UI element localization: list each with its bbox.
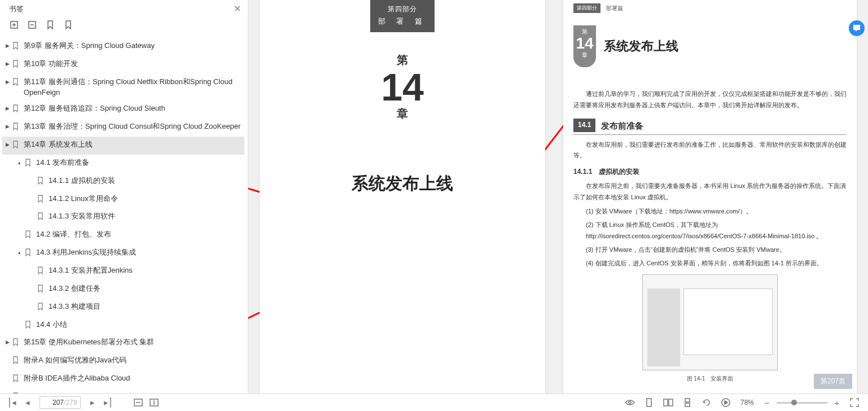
eye-icon[interactable] <box>624 396 636 409</box>
remove-bookmark-icon[interactable] <box>27 20 37 30</box>
bookmark-ribbon-icon <box>37 211 45 224</box>
bookmark-ribbon-icon <box>12 355 20 368</box>
bookmark-item[interactable]: ▴14.1 发布前准备 <box>2 155 244 173</box>
assistant-float-button[interactable] <box>849 20 865 36</box>
bookmark-toggle-icon[interactable] <box>30 301 36 303</box>
bookmark-ribbon-icon <box>37 194 45 206</box>
rotate-icon[interactable] <box>700 396 713 409</box>
page-left: 第四部分 部 署 篇 第 14 章 系统发布上线 <box>260 0 545 393</box>
bookmark-icon[interactable] <box>45 20 55 30</box>
bookmark-alt-icon[interactable] <box>63 20 73 30</box>
bookmark-label: 第15章 使用Kubernetes部署分布式 集群 <box>24 337 242 348</box>
svg-line-6 <box>248 142 260 192</box>
bookmark-item[interactable]: 14.3.2 创建任务 <box>2 281 244 299</box>
bookmark-ribbon-icon <box>12 103 20 116</box>
bookmark-toggle-icon[interactable] <box>30 194 36 195</box>
first-page-button[interactable]: ⎮◂ <box>6 396 18 409</box>
bookmark-toggle-icon[interactable]: ▶ <box>6 121 11 130</box>
fit-width-icon[interactable] <box>132 396 144 409</box>
bookmark-ribbon-icon <box>12 139 20 152</box>
zoom-in-button[interactable]: + <box>831 396 843 409</box>
bookmark-toggle-icon[interactable] <box>18 320 24 321</box>
bookmark-label: 14.1.3 安装常用软件 <box>49 211 242 222</box>
bookmark-item[interactable]: 14.1.3 安装常用软件 <box>2 208 244 226</box>
bookmark-toggle-icon[interactable]: ▶ <box>6 77 11 86</box>
chapter-tab: 第 14 章 系统发布上线 <box>573 25 847 67</box>
bookmark-toggle-icon[interactable] <box>30 211 36 213</box>
sidebar-toolbar <box>0 16 248 36</box>
bookmark-item[interactable]: 14.2 编译、打包、发布 <box>2 226 244 244</box>
bookmark-toggle-icon[interactable]: ▶ <box>6 103 11 112</box>
last-page-button[interactable]: ▸⎮ <box>102 396 115 409</box>
bookmark-toggle-icon[interactable] <box>30 176 36 177</box>
bookmark-item[interactable]: ▶第14章 系统发布上线 <box>2 137 244 155</box>
bookmarks-sidebar: 书签 ✕ ▶第9章 服务网关：Spring Cloud Gateway▶第10章… <box>0 0 248 393</box>
bookmark-toggle-icon[interactable] <box>6 355 11 357</box>
bookmark-item[interactable]: ▶第15章 使用Kubernetes部署分布式 集群 <box>2 334 244 352</box>
document-viewport[interactable]: 第四部分 部 署 篇 第 14 章 系统发布上线 第四部分 部署篇 第 14 章 <box>248 0 868 393</box>
bookmark-label: 第10章 功能开发 <box>24 59 242 69</box>
bookmark-ribbon-icon <box>12 77 20 89</box>
bookmark-label: 14.1.2 Linux常用命令 <box>49 194 242 204</box>
section-heading: 14.1 发布前准备 <box>573 118 847 135</box>
bookmark-toggle-icon[interactable]: ▴ <box>18 158 24 167</box>
bookmark-item[interactable]: ▶第12章 服务链路追踪：Spring Cloud Sleuth <box>2 100 244 119</box>
chapter-part: 第四部分 <box>378 5 427 14</box>
play-icon[interactable] <box>720 396 732 409</box>
bookmark-label: 第14章 系统发布上线 <box>24 139 242 150</box>
subsection-heading: 14.1.1 虚拟机的安装 <box>573 166 847 178</box>
bookmark-toggle-icon[interactable] <box>18 229 24 231</box>
bookmark-toggle-icon[interactable] <box>30 265 36 267</box>
bookmark-toggle-icon[interactable] <box>6 373 11 375</box>
bookmark-label: 14.3.3 构建项目 <box>49 301 242 312</box>
bookmark-item[interactable]: 附录B IDEA插件之Alibaba Cloud <box>2 370 244 388</box>
intro-paragraph: 通过前几章的学习，我们顺利完成了应用的开发，仅仅完成框架搭建和功能开发是不够的，… <box>573 89 847 111</box>
two-page-icon[interactable] <box>662 396 674 409</box>
bookmark-label: 14.3.1 安装并配置Jenkins <box>49 265 242 276</box>
page-input[interactable] <box>43 399 64 406</box>
close-sidebar-button[interactable]: ✕ <box>234 3 241 14</box>
bookmark-item[interactable]: ▶第9章 服务网关：Spring Cloud Gateway <box>2 38 244 56</box>
bookmark-item[interactable]: 14.4 小结 <box>2 317 244 335</box>
bookmark-toggle-icon[interactable]: ▶ <box>6 139 11 148</box>
bookmark-ribbon-icon <box>12 337 20 349</box>
single-page-icon[interactable] <box>643 396 655 409</box>
bookmark-label: 第12章 服务链路追踪：Spring Cloud Sleuth <box>24 103 242 114</box>
bookmark-ribbon-icon <box>37 176 45 188</box>
page-right: 第四部分 部署篇 第 14 章 系统发布上线 通过前几章的学习，我们顺利完成了应… <box>563 0 857 393</box>
bookmark-item[interactable]: Toolkit <box>2 388 244 393</box>
bookmark-item[interactable]: 14.1.2 Linux常用命令 <box>2 191 244 209</box>
bookmark-toggle-icon[interactable]: ▶ <box>6 41 11 50</box>
bookmark-label: 14.1.1 虚拟机的安装 <box>49 176 242 186</box>
add-bookmark-icon[interactable] <box>9 20 19 30</box>
fit-page-icon[interactable] <box>148 396 160 409</box>
bookmark-label: 14.1 发布前准备 <box>36 158 242 168</box>
bookmark-item[interactable]: 14.3.1 安装并配置Jenkins <box>2 263 244 281</box>
next-page-button[interactable]: ▸ <box>86 396 99 409</box>
zoom-out-button[interactable]: − <box>761 396 773 409</box>
sidebar-title: 书签 <box>9 4 24 14</box>
bookmark-item[interactable]: ▶第13章 服务治理：Spring Cloud Consul和Spring Cl… <box>2 119 244 137</box>
bookmark-toggle-icon[interactable]: ▶ <box>6 337 11 346</box>
fullscreen-icon[interactable] <box>848 396 861 409</box>
bookmark-item[interactable]: ▴14.3 利用Jenkins实现持续集成 <box>2 244 244 263</box>
bookmark-item[interactable]: 14.3.3 构建项目 <box>2 299 244 317</box>
bookmark-toggle-icon[interactable]: ▶ <box>6 59 11 68</box>
bookmark-ribbon-icon <box>25 320 33 332</box>
prev-page-button[interactable]: ◂ <box>21 396 34 409</box>
bookmark-label: 14.3.2 创建任务 <box>49 283 242 294</box>
bookmark-toggle-icon[interactable] <box>30 283 36 285</box>
bookmark-toggle-icon[interactable] <box>6 391 11 393</box>
bookmark-toggle-icon[interactable]: ▴ <box>18 247 24 256</box>
bookmark-item[interactable]: 附录A 如何编写优雅的Java代码 <box>2 352 244 370</box>
bookmark-label: 14.2 编译、打包、发布 <box>36 229 242 240</box>
svg-rect-16 <box>685 399 690 402</box>
bookmark-item[interactable]: ▶第11章 服务间通信：Spring Cloud Netflix Ribbon和… <box>2 74 244 101</box>
page-header: 第四部分 部署篇 <box>573 0 847 15</box>
svg-rect-17 <box>685 403 690 406</box>
bookmark-item[interactable]: ▶第10章 功能开发 <box>2 56 244 74</box>
bookmark-item[interactable]: 14.1.1 虚拟机的安装 <box>2 173 244 191</box>
zoom-slider[interactable] <box>777 402 827 404</box>
continuous-icon[interactable] <box>681 396 694 409</box>
bookmark-label: 第13章 服务治理：Spring Cloud Consul和Spring Clo… <box>24 121 242 132</box>
